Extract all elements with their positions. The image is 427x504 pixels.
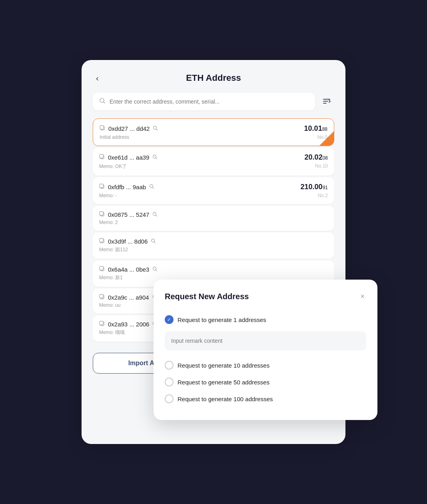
memo-text: Memo: OK了 <box>99 163 127 170</box>
memo-text: Memo: 圆112 <box>99 246 128 253</box>
svg-line-16 <box>153 187 154 188</box>
radio-circle <box>165 378 174 386</box>
addr-text: 0x2a9c ... a904 <box>108 294 149 301</box>
radio-circle <box>165 361 174 370</box>
svg-line-12 <box>156 158 157 159</box>
search-addr-icon[interactable] <box>152 212 158 218</box>
sort-button[interactable] <box>319 94 334 110</box>
radio-label: Request to generate 1 addresses <box>178 316 266 323</box>
header: ‹ ETH Address <box>93 73 334 83</box>
back-button[interactable]: ‹ <box>93 72 102 84</box>
remark-input[interactable] <box>165 331 366 350</box>
search-addr-icon[interactable] <box>152 266 158 273</box>
addr-text: 0x0875 ... 5247 <box>108 211 149 218</box>
addr-text: 0x2a93 ... 2006 <box>108 321 149 328</box>
addr-text: 0xdd27 ... dd42 <box>108 125 150 132</box>
memo-text: Memo: 新1 <box>99 274 123 281</box>
svg-rect-14 <box>100 184 103 188</box>
address-item[interactable]: 0xe61d ... aa39 20.0208 Memo: OK了 No.10 <box>93 148 334 176</box>
copy-icon <box>99 294 105 301</box>
modal-card: Request New Address × ✓ Request to gener… <box>154 280 377 420</box>
svg-rect-22 <box>100 238 103 242</box>
no-text: No.2 <box>318 193 328 198</box>
memo-text: Memo: - <box>99 193 117 198</box>
search-input-wrap <box>93 93 315 110</box>
copy-icon <box>100 125 105 132</box>
search-addr-icon[interactable] <box>153 126 158 132</box>
modal-options: ✓ Request to generate 1 addresses Reques… <box>165 311 366 407</box>
radio-option[interactable]: Request to generate 100 addresses <box>165 390 366 407</box>
addr-text: 0x3d9f ... 8d06 <box>108 238 148 245</box>
svg-line-28 <box>156 270 157 271</box>
page-title: ETH Address <box>186 73 241 83</box>
amount: 20.0208 <box>305 153 328 162</box>
search-addr-icon[interactable] <box>149 184 154 190</box>
address-item[interactable]: 0xfdfb ... 9aab 210.0091 Memo: - No.2 <box>93 177 334 204</box>
search-bar <box>93 93 334 110</box>
search-icon <box>99 98 106 106</box>
copy-icon <box>99 184 105 190</box>
address-item[interactable]: 0x3d9f ... 8d06 Memo: 圆112 <box>93 232 334 259</box>
radio-circle-checked: ✓ <box>165 315 174 324</box>
svg-rect-26 <box>100 266 103 270</box>
radio-option[interactable]: Request to generate 10 addresses <box>165 357 366 374</box>
copy-icon <box>99 238 105 245</box>
search-addr-icon[interactable] <box>151 238 156 245</box>
radio-option[interactable]: ✓ Request to generate 1 addresses <box>165 311 366 357</box>
address-item[interactable]: 0x0875 ... 5247 Memo: 2 <box>93 206 334 231</box>
svg-rect-6 <box>100 126 104 129</box>
addr-text: 0xe61d ... aa39 <box>108 154 149 161</box>
svg-rect-10 <box>100 154 103 158</box>
copy-icon <box>99 321 105 328</box>
radio-label: Request to generate 50 addresses <box>178 379 269 386</box>
address-item[interactable]: 0xdd27 ... dd42 10.0188 Initial address … <box>93 118 334 146</box>
main-card: ‹ ETH Address <box>82 60 345 444</box>
copy-icon <box>99 266 105 273</box>
svg-rect-18 <box>100 212 103 215</box>
radio-circle <box>165 394 174 403</box>
modal-header: Request New Address × <box>165 291 366 302</box>
svg-line-1 <box>104 102 105 103</box>
svg-rect-34 <box>100 321 103 325</box>
copy-icon <box>99 211 105 218</box>
search-input[interactable] <box>110 98 309 105</box>
memo-text: Memo: 哦哦 <box>99 329 125 336</box>
radio-option[interactable]: Request to generate 50 addresses <box>165 374 366 390</box>
copy-icon <box>99 154 105 161</box>
addr-text: 0x6a4a ... 0be3 <box>108 266 149 273</box>
svg-line-8 <box>156 129 158 130</box>
addr-text: 0xfdfb ... 9aab <box>108 184 146 190</box>
svg-line-20 <box>156 215 157 216</box>
memo-text: Memo: 2 <box>99 220 118 225</box>
modal-close-button[interactable]: × <box>359 291 366 302</box>
radio-label: Request to generate 100 addresses <box>178 396 273 402</box>
amount: 210.0091 <box>301 183 328 191</box>
radio-label: Request to generate 10 addresses <box>178 362 269 369</box>
modal-title: Request New Address <box>165 292 249 301</box>
memo-text: Memo: uu <box>99 302 120 308</box>
memo-text: Initial address <box>100 134 129 140</box>
svg-rect-30 <box>100 294 103 298</box>
orange-corner <box>319 131 334 146</box>
search-addr-icon[interactable] <box>152 154 158 161</box>
svg-line-24 <box>154 242 156 243</box>
no-text: No.10 <box>315 163 328 170</box>
